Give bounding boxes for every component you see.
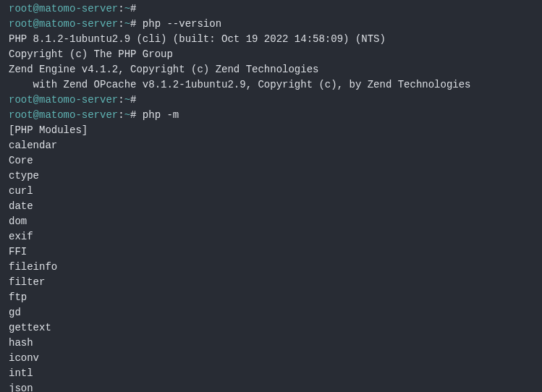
module-item: ctype: [9, 169, 533, 184]
module-item: iconv: [9, 351, 533, 366]
module-item: filter: [9, 275, 533, 290]
command-input: php -m: [136, 109, 179, 121]
output-line: Copyright (c) The PHP Group: [9, 47, 533, 62]
terminal-line[interactable]: root@matomo-server:~#: [9, 1, 533, 17]
module-item: dom: [9, 214, 533, 229]
module-item: fileinfo: [9, 260, 533, 275]
module-item: curl: [9, 184, 533, 199]
output-line: with Zend OPcache v8.1.2-1ubuntu2.9, Cop…: [9, 77, 533, 93]
command-input: php --version: [136, 18, 221, 30]
module-item: FFI: [9, 244, 533, 260]
prompt-tilde: ~: [124, 3, 130, 14]
output-line: Zend Engine v4.1.2, Copyright (c) Zend T…: [9, 62, 533, 77]
prompt-colon: :: [118, 18, 124, 30]
terminal-line[interactable]: root@matomo-server:~# php --version: [9, 17, 533, 32]
output-line: PHP 8.1.2-1ubuntu2.9 (cli) (built: Oct 1…: [9, 32, 533, 47]
prompt-tilde: ~: [124, 109, 130, 121]
modules-list: calendarCorectypecurldatedomexifFFIfilei…: [9, 138, 533, 392]
module-item: intl: [9, 366, 533, 381]
prompt-user: root@matomo-server: [9, 3, 118, 14]
terminal-line[interactable]: root@matomo-server:~#: [9, 93, 533, 108]
prompt-hash: #: [130, 3, 136, 14]
prompt-user: root@matomo-server: [9, 109, 118, 121]
prompt-colon: :: [118, 3, 124, 14]
module-item: Core: [9, 153, 533, 169]
prompt-user: root@matomo-server: [9, 18, 118, 30]
module-item: ftp: [9, 290, 533, 305]
module-item: exif: [9, 229, 533, 244]
prompt-user: root@matomo-server: [9, 94, 118, 106]
prompt-hash: #: [130, 94, 136, 106]
modules-header: [PHP Modules]: [9, 123, 533, 138]
module-item: calendar: [9, 138, 533, 153]
prompt-tilde: ~: [124, 94, 130, 106]
terminal-line[interactable]: root@matomo-server:~# php -m: [9, 108, 533, 123]
module-item: json: [9, 381, 533, 392]
module-item: hash: [9, 336, 533, 351]
module-item: gettext: [9, 320, 533, 336]
module-item: date: [9, 199, 533, 214]
prompt-colon: :: [118, 94, 124, 106]
prompt-tilde: ~: [124, 18, 130, 30]
prompt-colon: :: [118, 109, 124, 121]
module-item: gd: [9, 305, 533, 320]
